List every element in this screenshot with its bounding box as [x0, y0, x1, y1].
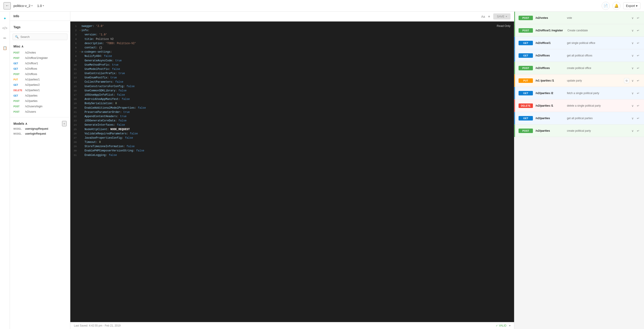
- misc-collapse-icon: ∧: [21, 44, 24, 48]
- endpoint-item[interactable]: GET /v2/parties/2: [10, 82, 70, 88]
- expand-icon[interactable]: ∨: [630, 16, 634, 20]
- method-tag: GET: [14, 62, 23, 65]
- expand-icon[interactable]: ∨: [630, 91, 634, 96]
- api-endpoint-card[interactable]: GET /v2/offices get all political office…: [514, 49, 644, 62]
- api-endpoint-card[interactable]: POST /v2/offices create political office…: [514, 62, 644, 74]
- endpoint-path: /v2/users/login: [25, 105, 42, 108]
- method-tag: DELETE: [14, 89, 23, 92]
- api-endpoint-card[interactable]: POST /v2/office/1 /register Create candi…: [514, 24, 644, 37]
- enter-icon[interactable]: ↵: [636, 41, 640, 45]
- bell-icon-button[interactable]: 🔔: [612, 2, 620, 10]
- line-content: · StoreTimezoneInformation: false: [79, 144, 514, 149]
- sidebar-code-icon[interactable]: </>: [1, 24, 9, 32]
- enter-icon[interactable]: ↵: [636, 116, 640, 120]
- copy-icon-button[interactable]: ⧉: [624, 78, 629, 83]
- enter-icon[interactable]: ↵: [636, 66, 640, 70]
- endpoint-item[interactable]: GET /v2/office/1: [10, 61, 70, 66]
- expand-icon[interactable]: ∨: [630, 128, 634, 133]
- api-method-badge: GET: [518, 116, 533, 120]
- api-path: /v2/parties /2: [536, 92, 562, 95]
- enter-icon[interactable]: ↵: [636, 128, 640, 133]
- add-model-button[interactable]: +: [62, 121, 66, 126]
- enter-icon[interactable]: ↵: [636, 104, 640, 108]
- tags-section: Tags: [10, 22, 70, 30]
- footer-expand-icon[interactable]: ▾: [509, 324, 510, 327]
- expand-icon[interactable]: ∨: [630, 28, 634, 33]
- model-item[interactable]: MODEL userloginRequest: [14, 131, 66, 136]
- expand-icon[interactable]: ∨: [630, 116, 634, 120]
- line-content: · contact: {}: [79, 46, 514, 50]
- export-button[interactable]: Export ▾: [623, 2, 640, 9]
- endpoint-item[interactable]: POST /v2/users/login: [10, 104, 70, 109]
- info-section: Info: [10, 12, 70, 19]
- expand-icon[interactable]: ∨: [630, 53, 634, 58]
- code-line: 1 ·swagger: '2.0': [70, 24, 514, 28]
- font-size-button[interactable]: Aa: [481, 15, 485, 18]
- line-number: 6: [70, 46, 79, 50]
- sidebar-edit-icon[interactable]: ✏: [1, 34, 9, 42]
- back-button[interactable]: ←: [4, 2, 11, 10]
- misc-title[interactable]: Misc ∧: [14, 44, 66, 48]
- endpoint-item[interactable]: POST /v2/parties: [10, 98, 70, 104]
- api-endpoint-card[interactable]: POST /v2/parties create political party …: [514, 124, 644, 137]
- expand-icon[interactable]: ∨: [630, 104, 634, 108]
- project-name-dropdown[interactable]: politico-v_2 ▾: [14, 4, 33, 8]
- enter-icon[interactable]: ↵: [636, 91, 640, 96]
- endpoint-item[interactable]: POST /v2/users: [10, 109, 70, 114]
- document-icon-button[interactable]: 📄: [602, 2, 610, 10]
- search-box[interactable]: 🔍: [12, 34, 68, 40]
- enter-icon[interactable]: ↵: [636, 53, 640, 58]
- endpoint-item[interactable]: GET /v2/parties: [10, 93, 70, 98]
- code-line: 30 · EnablePHPComposerVersionString: fal…: [70, 149, 514, 153]
- endpoint-item[interactable]: POST /v2/office/1/register: [10, 55, 70, 61]
- api-method-badge: GET: [518, 91, 533, 96]
- model-item[interactable]: MODEL usersignupRequest: [14, 126, 66, 131]
- api-description: create political party: [567, 129, 628, 132]
- endpoint-item[interactable]: POST /v2/offices: [10, 72, 70, 77]
- method-tag: GET: [14, 84, 23, 86]
- sidebar-home-icon[interactable]: ✦: [1, 14, 9, 22]
- model-tag: MODEL: [14, 128, 23, 130]
- expand-icon[interactable]: ∨: [630, 78, 634, 83]
- code-line: 2 ·info:: [70, 28, 514, 33]
- endpoint-item[interactable]: DELETE /v2/parties/1: [10, 88, 70, 93]
- line-number: 26: [70, 132, 79, 136]
- search-input[interactable]: [20, 35, 65, 38]
- line-content: · UseModelPostfix: false: [79, 67, 514, 72]
- endpoint-item[interactable]: POST /v2/votes: [10, 50, 70, 55]
- line-content: · Nullify404: false: [79, 54, 514, 58]
- api-endpoint-card[interactable]: GET /v2/parties get all political partie…: [514, 112, 644, 124]
- line-number: 14: [70, 80, 79, 84]
- api-endpoint-card[interactable]: POST /v2/votes vote ∨ ↵: [514, 12, 644, 24]
- models-title[interactable]: Models ∧: [14, 122, 27, 126]
- api-card-actions: ∨ ↵: [630, 16, 640, 20]
- enter-icon[interactable]: ↵: [636, 28, 640, 33]
- method-tag: POST: [14, 105, 23, 108]
- code-line: 9 · GenerateAsyncCode: true: [70, 59, 514, 63]
- api-endpoint-card[interactable]: PUT /v1 /parties /1 update party ⧉ ∨ ↵: [514, 74, 644, 87]
- api-method-badge: PUT: [518, 78, 533, 83]
- endpoint-item[interactable]: GET /v2/offices: [10, 66, 70, 72]
- method-tag: POST: [14, 100, 23, 102]
- save-button[interactable]: SAVE ▾: [493, 14, 510, 20]
- enter-icon[interactable]: ↵: [636, 78, 640, 83]
- sidebar-file-icon[interactable]: 📋: [1, 44, 9, 52]
- endpoint-list: POST /v2/votes POST /v2/office/1/registe…: [10, 49, 70, 115]
- expand-icon[interactable]: ∨: [630, 41, 634, 45]
- code-editor[interactable]: Read Only 1 ·swagger: '2.0' 2 ·info: 3 ·…: [70, 22, 514, 322]
- api-endpoint-card[interactable]: GET /v2/office/1 get single political of…: [514, 37, 644, 49]
- api-endpoint-card[interactable]: GET /v2/parties /2 fetch a single politi…: [514, 87, 644, 100]
- theme-toggle-button[interactable]: ☀: [488, 15, 490, 18]
- api-endpoint-card[interactable]: DELETE /v2/parties /1 delete a single po…: [514, 100, 644, 112]
- enter-icon[interactable]: ↵: [636, 16, 640, 20]
- model-tag: MODEL: [14, 132, 23, 135]
- tags-title[interactable]: Tags: [14, 25, 66, 29]
- version-dropdown[interactable]: 1.0 ▾: [37, 4, 44, 8]
- line-content: · UseConstructorsForConfig: false: [79, 84, 514, 89]
- project-chevron-icon: ▾: [31, 4, 33, 7]
- method-tag: GET: [14, 68, 23, 70]
- expand-icon[interactable]: ∨: [630, 66, 634, 70]
- info-title[interactable]: Info: [14, 14, 66, 18]
- endpoint-item[interactable]: PUT /v1/parties/1: [10, 77, 70, 82]
- icon-sidebar: ✦ </> ✏ 📋: [0, 12, 10, 329]
